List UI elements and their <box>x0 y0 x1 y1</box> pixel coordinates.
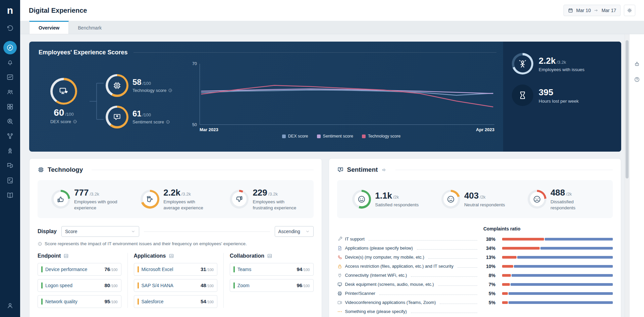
score-row[interactable]: Microsoft Excel 31/100 <box>134 263 218 276</box>
employees-with-issues-stat: 2.2k/3.2k Employees with issues <box>512 53 612 74</box>
legend-item[interactable]: DEX score <box>282 134 308 139</box>
technology-score-value: 58/100 <box>132 77 172 87</box>
score-row[interactable]: Salesforce 54/100 <box>134 295 218 308</box>
sidebar-item[interactable] <box>3 85 17 99</box>
sidebar-item[interactable] <box>3 115 17 128</box>
info-icon[interactable] <box>166 120 170 124</box>
printer-icon <box>337 291 342 296</box>
score-row[interactable]: Device performance 76/100 <box>38 263 121 276</box>
sidebar-item-account[interactable] <box>3 299 17 312</box>
info-icon[interactable] <box>73 119 77 124</box>
sidebar-item[interactable] <box>3 189 17 202</box>
campaign-icon[interactable] <box>382 167 387 172</box>
chart-icon[interactable] <box>169 253 174 259</box>
stat: 403/2k Neutral respondents <box>441 190 505 209</box>
complaint-bar <box>502 238 613 241</box>
dotted-leader <box>411 313 477 313</box>
complaint-bar <box>502 301 613 304</box>
sentiment-score-block: 61/100 Sentiment score <box>106 106 179 128</box>
sort-by-select[interactable]: Score <box>61 226 139 237</box>
complaint-bar <box>502 274 613 277</box>
score-row[interactable]: SAP S/4 HANA 48/100 <box>134 279 218 292</box>
chart-icon[interactable] <box>267 253 272 259</box>
dotted-leader <box>440 304 477 304</box>
info-icon <box>38 242 42 246</box>
remainder-bar-segment <box>517 256 613 259</box>
sidebar-item[interactable] <box>3 70 17 84</box>
divider <box>133 52 496 53</box>
dex-score-block: 60/100 DEX score <box>39 78 89 124</box>
complaint-row: Device(s) (my computer, my mobile, etc.)… <box>337 253 613 262</box>
complaint-percent: 7% <box>481 282 495 287</box>
info-icon[interactable] <box>168 88 172 93</box>
stat: 2.2k/3.2k Employees with average experie… <box>141 188 210 211</box>
gear-icon <box>627 7 633 13</box>
help-button[interactable] <box>634 76 640 83</box>
score-connector <box>90 72 104 131</box>
sidebar-item[interactable] <box>3 56 17 69</box>
tab-bar: Overview Benchmark <box>20 21 644 34</box>
stat-label: Satisfied respondents <box>375 202 419 208</box>
doc-icon <box>337 246 342 251</box>
score-row[interactable]: Teams 94/100 <box>230 263 314 276</box>
score-row[interactable]: Logon speed 80/100 <box>38 279 121 292</box>
stat: 488/2k Dissatisfied respondents <box>528 188 597 211</box>
wrench-icon <box>337 236 342 242</box>
divider <box>92 170 313 170</box>
stat-value: 2.2k/3.2k <box>163 188 210 198</box>
sort-direction-select[interactable]: Ascending <box>275 226 314 237</box>
column-title: Applications <box>134 253 166 259</box>
sidebar-item[interactable] <box>3 144 17 158</box>
apps-grid-icon <box>6 103 14 110</box>
remainder-bar-segment <box>512 274 613 277</box>
bubble-heart-icon <box>113 113 121 121</box>
face-smile-icon <box>357 195 366 204</box>
settings-button[interactable] <box>624 5 635 16</box>
hierarchy-icon <box>6 133 14 140</box>
collaboration-column: Collaboration Teams 94/100 <box>223 253 314 308</box>
complaint-bar <box>502 256 613 259</box>
tab-overview[interactable]: Overview <box>29 21 69 34</box>
complaint-percent: 13% <box>481 255 495 260</box>
y-axis-max: 70 <box>188 61 197 66</box>
scrollbar-thumb[interactable] <box>626 40 629 178</box>
stat: 229/3.2k Employees with frustrating expe… <box>230 188 300 211</box>
plot-area <box>200 64 494 125</box>
stat-label: Employees with frustrating experience <box>253 199 300 211</box>
score-row[interactable]: Zoom 96/100 <box>230 279 314 292</box>
issues-label: Employees with issues <box>539 67 585 72</box>
score-chip <box>233 282 235 288</box>
date-range-picker[interactable]: Mar 10 Mar 17 <box>564 5 621 16</box>
sidebar-item[interactable] <box>3 159 17 172</box>
score-chip <box>41 299 43 305</box>
score-row[interactable]: Network quality 95/100 <box>38 295 121 308</box>
score-chip <box>41 266 43 272</box>
x-axis-end: Apr 2023 <box>476 127 494 132</box>
sidebar-item[interactable] <box>3 21 17 35</box>
stat-value: 777/3.2k <box>74 188 121 198</box>
stat-label: Employees with good experience <box>74 199 121 211</box>
legend-item[interactable]: Sentiment score <box>317 134 353 139</box>
complaint-percent: 5% <box>481 300 495 305</box>
stat-gauge <box>352 190 371 209</box>
sidebar-item[interactable] <box>3 129 17 143</box>
sidebar-item[interactable] <box>3 41 17 54</box>
assistant-button[interactable] <box>634 61 640 67</box>
legend-item[interactable]: Technology score <box>362 134 400 139</box>
sentiment-stats: 1.1k/2k Satisfied respondents <box>337 180 613 218</box>
legend-swatch <box>362 135 366 138</box>
nexthink-logo[interactable]: n <box>7 3 13 17</box>
experience-trend-chart: 70 50 Mar 2023 Apr 2023 <box>188 64 494 139</box>
stat: 1.1k/2k Satisfied respondents <box>352 190 419 209</box>
applications-column: Applications Microsoft Excel 31/100 <box>127 253 224 308</box>
chart-icon[interactable] <box>63 253 69 259</box>
sidebar-item[interactable] <box>3 174 17 187</box>
complaint-row: Desk equipment (screens, audio, mouse, e… <box>337 280 613 289</box>
remainder-bar-segment <box>508 292 613 295</box>
sentiment-card-title: Sentiment <box>347 166 378 173</box>
complaint-row: Videoconferencing applications (Teams, Z… <box>337 298 613 307</box>
stat-value: 229/3.2k <box>253 188 300 198</box>
tab-benchmark[interactable]: Benchmark <box>69 21 111 34</box>
sidebar-item[interactable] <box>3 100 17 113</box>
complaint-bar-segment <box>502 265 513 268</box>
